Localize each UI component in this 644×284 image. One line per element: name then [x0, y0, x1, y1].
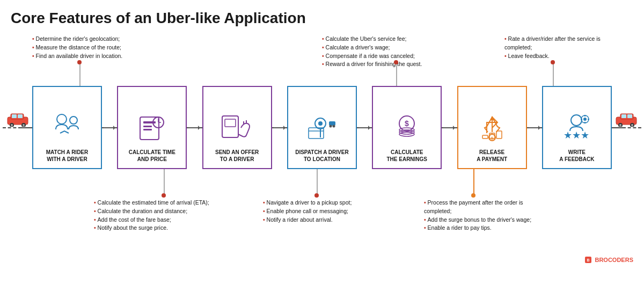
- svg-point-36: [318, 121, 323, 126]
- arrow-5: [443, 125, 455, 131]
- svg-rect-15: [621, 114, 626, 118]
- svg-point-13: [619, 124, 621, 126]
- road-dash-right: [623, 127, 641, 128]
- steps-row: MATCH A RIDERWITH A DRIVER CALCULAT: [32, 86, 612, 169]
- top-note-left: Determine the rider's geolocation; Measu…: [32, 35, 140, 60]
- step-label-dispatch: DISPATCH A DRIVERTO LOCATION: [295, 149, 348, 163]
- note-item: Calculate the Uber's service fee;: [322, 35, 462, 43]
- svg-marker-43: [368, 126, 370, 130]
- svg-rect-6: [12, 114, 17, 118]
- note-item: Find an available driver in location.: [32, 52, 140, 61]
- svg-text:B: B: [587, 258, 590, 262]
- note-item: Add the surge bonus to the driver's wage…: [424, 216, 542, 224]
- step-label-calculate-time: CALCULATE TIMEAND PRICE: [129, 149, 175, 163]
- step-match: MATCH A RIDERWITH A DRIVER: [32, 86, 102, 169]
- svg-rect-57: [496, 131, 502, 139]
- arrow-6: [529, 125, 540, 131]
- note-item: Notify a rider about arrival.: [263, 216, 381, 224]
- svg-point-17: [70, 116, 77, 124]
- note-item: Calculate a driver's wage;: [322, 43, 462, 52]
- bottom-note-center: Navigate a driver to a pickup spot; Enab…: [263, 199, 381, 224]
- svg-marker-59: [538, 126, 540, 130]
- svg-point-62: [583, 118, 587, 121]
- svg-point-41: [333, 125, 335, 128]
- arrow-1: [104, 125, 115, 131]
- brocoders-logo: B BROCODERS: [584, 256, 633, 264]
- dot-bottom-3: [471, 193, 475, 198]
- v-line-down-3: [473, 169, 474, 196]
- step-icon-match: [48, 109, 86, 147]
- dot-bottom-2: [314, 193, 319, 198]
- arrow-2: [188, 125, 200, 131]
- svg-rect-37: [309, 128, 324, 139]
- svg-marker-50: [453, 126, 455, 130]
- bottom-note-right: Process the payment after the order is c…: [424, 199, 542, 232]
- svg-rect-21: [143, 121, 156, 123]
- v-line-down-1: [164, 169, 165, 196]
- note-item: Calculate the duration and distance;: [94, 207, 217, 216]
- dot-bottom-1: [162, 193, 166, 198]
- svg-point-60: [571, 115, 582, 126]
- step-icon-release-payment: $: [473, 109, 511, 147]
- note-item: Determine the rider's geolocation;: [32, 35, 140, 43]
- svg-point-40: [330, 125, 332, 128]
- svg-point-11: [631, 124, 633, 126]
- svg-rect-20: [140, 117, 159, 140]
- step-dispatch: DISPATCH A DRIVERTO LOCATION: [287, 86, 357, 169]
- note-item: Process the payment after the order is c…: [424, 199, 542, 216]
- svg-rect-14: [627, 114, 632, 118]
- svg-rect-7: [18, 114, 23, 118]
- svg-rect-30: [225, 119, 236, 127]
- svg-text:$: $: [405, 119, 409, 128]
- step-calculate-earnings: $ CALCULATETHE EARNINGS: [372, 86, 442, 169]
- bottom-note-left: Calculate the estimated time of arrival …: [94, 199, 217, 232]
- step-label-calculate-earnings: CALCULATETHE EARNINGS: [386, 149, 427, 163]
- svg-rect-23: [143, 129, 152, 130]
- note-item: Notify about the surge price.: [94, 224, 217, 232]
- svg-marker-19: [113, 126, 115, 130]
- note-item: Enable phone call or messaging;: [263, 207, 381, 216]
- step-icon-send-offer: [218, 109, 256, 147]
- step-icon-calculate-earnings: $: [388, 109, 426, 147]
- v-line-1: [79, 62, 80, 89]
- step-label-feedback: WRITEA FEEDBACK: [559, 149, 594, 163]
- note-item: Calculate the estimated time of arrival …: [94, 199, 217, 207]
- top-note-center: Calculate the Uber's service fee; Calcul…: [322, 35, 462, 69]
- step-feedback: ★★★ WRITEA FEEDBACK: [542, 86, 612, 169]
- note-item: Measure the distance of the route;: [32, 43, 140, 52]
- logo-text: BROCODERS: [595, 257, 633, 263]
- road-dash-left: [3, 127, 21, 128]
- v-line-3: [553, 62, 554, 89]
- v-line-down-2: [317, 169, 318, 196]
- note-item: Rate a driver/rider after the service is…: [504, 35, 612, 52]
- note-item: Navigate a driver to a pickup spot;: [263, 199, 381, 207]
- dot-top-2: [394, 60, 398, 64]
- car-left-icon: [5, 112, 31, 127]
- svg-point-16: [57, 114, 67, 124]
- svg-marker-34: [283, 126, 286, 130]
- step-calculate-time: CALCULATE TIMEAND PRICE: [117, 86, 187, 169]
- step-icon-feedback: ★★★: [558, 109, 596, 147]
- arrow-4: [358, 125, 370, 131]
- svg-point-5: [23, 124, 25, 126]
- step-label-release-payment: RELEASEA PAYMENT: [477, 149, 507, 163]
- note-item: Compensate if a ride was canceled;: [322, 52, 462, 61]
- car-right-icon: [613, 112, 639, 127]
- note-item: Reward a driver for finishing the quest.: [322, 60, 462, 69]
- note-item: Add the cost of the fare base;: [94, 216, 217, 224]
- svg-rect-39: [329, 121, 335, 126]
- svg-marker-28: [198, 126, 200, 130]
- step-icon-dispatch: [303, 109, 341, 147]
- svg-text:★★★: ★★★: [564, 130, 589, 141]
- svg-rect-55: [482, 135, 488, 139]
- arrow-3: [274, 125, 286, 131]
- step-label-send-offer: SEND AN OFFERTO A DRIVER: [215, 149, 259, 163]
- dot-top-3: [551, 60, 555, 64]
- v-line-2: [396, 62, 397, 89]
- note-item: Enable a rider to pay tips.: [424, 224, 542, 232]
- dot-top-1: [77, 60, 82, 64]
- note-item: Leave feedback.: [504, 52, 612, 61]
- step-label-match: MATCH A RIDERWITH A DRIVER: [46, 149, 89, 163]
- step-release-payment: $ RELEASEA PAYMENT: [457, 86, 527, 169]
- svg-point-3: [11, 124, 13, 126]
